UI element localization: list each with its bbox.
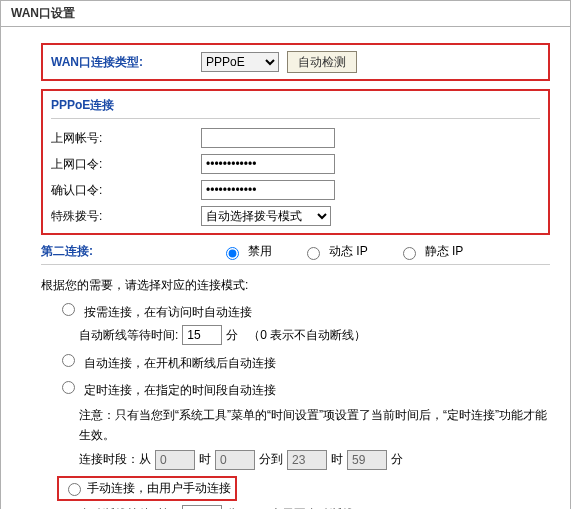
to-min-input[interactable]	[347, 450, 387, 470]
auto-wait-label: 自动断线等待时间:	[79, 327, 178, 344]
second-conn-dynamic-radio[interactable]	[307, 247, 320, 260]
from-hour-input[interactable]	[155, 450, 195, 470]
mode-on-demand[interactable]: 按需连接，在有访问时自动连接	[57, 305, 252, 319]
dial-label: 特殊拨号:	[51, 208, 201, 225]
auto-wait-input[interactable]	[182, 325, 222, 345]
wan-type-label: WAN口连接类型:	[51, 54, 201, 71]
window-title: WAN口设置	[1, 1, 570, 27]
second-conn-label: 第二连接:	[41, 243, 191, 260]
confirm-input[interactable]	[201, 180, 335, 200]
mode-intro: 根据您的需要，请选择对应的连接模式:	[41, 277, 550, 294]
password-input[interactable]	[201, 154, 335, 174]
auto-wait-hint: （0 表示不自动断线）	[248, 327, 366, 344]
to-hour-input[interactable]	[287, 450, 327, 470]
mode-scheduled-radio[interactable]	[62, 381, 75, 394]
time-range-label: 连接时段：从	[79, 451, 151, 468]
auto-detect-button[interactable]: 自动检测	[287, 51, 357, 73]
second-conn-dynamic[interactable]: 动态 IP	[302, 243, 368, 260]
account-label: 上网帐号:	[51, 130, 201, 147]
auto-wait-unit: 分	[226, 327, 238, 344]
scheduled-note: 注意：只有当您到“系统工具”菜单的“时间设置”项设置了当前时间后，“定时连接”功…	[79, 405, 550, 446]
password-label: 上网口令:	[51, 156, 201, 173]
manual-wait-input[interactable]	[182, 505, 222, 509]
mode-auto[interactable]: 自动连接，在开机和断线后自动连接	[57, 356, 276, 370]
highlight-manual: 手动连接，由用户手动连接	[57, 476, 237, 501]
mode-manual[interactable]: 手动连接，由用户手动连接	[63, 480, 231, 497]
confirm-label: 确认口令:	[51, 182, 201, 199]
pppoe-header: PPPoE连接	[51, 95, 540, 119]
highlight-wan-type: WAN口连接类型: PPPoE 自动检测	[41, 43, 550, 81]
highlight-pppoe-block: PPPoE连接 上网帐号: 上网口令: 确认口令: 特殊拨号: 自动选择拨号模式	[41, 89, 550, 235]
second-conn-disabled-radio[interactable]	[226, 247, 239, 260]
dial-mode-select[interactable]: 自动选择拨号模式	[201, 206, 331, 226]
from-min-input[interactable]	[215, 450, 255, 470]
mode-on-demand-radio[interactable]	[62, 303, 75, 316]
mode-auto-radio[interactable]	[62, 354, 75, 367]
second-conn-static-radio[interactable]	[403, 247, 416, 260]
mode-scheduled[interactable]: 定时连接，在指定的时间段自动连接	[57, 383, 276, 397]
second-conn-disabled[interactable]: 禁用	[221, 243, 272, 260]
account-input[interactable]	[201, 128, 335, 148]
wan-type-select[interactable]: PPPoE	[201, 52, 279, 72]
mode-manual-radio[interactable]	[68, 483, 81, 496]
second-conn-static[interactable]: 静态 IP	[398, 243, 464, 260]
